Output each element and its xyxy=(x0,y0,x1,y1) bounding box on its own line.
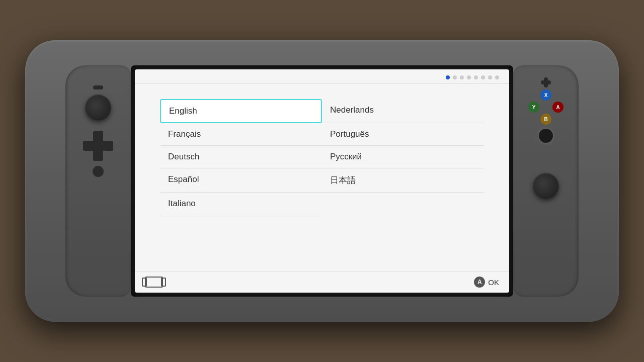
lang-japanese[interactable]: 日本語 xyxy=(322,168,484,193)
minus-button[interactable] xyxy=(93,85,103,89)
lang-espanol[interactable]: Español xyxy=(160,168,322,193)
home-button[interactable] xyxy=(539,129,553,143)
switch-icon xyxy=(145,277,163,288)
bottom-bar: A OK xyxy=(135,271,509,293)
left-joycon xyxy=(65,65,131,297)
switch-console: English Nederlands Français Português De… xyxy=(25,40,619,322)
capture-button[interactable] xyxy=(93,166,104,177)
lang-francais[interactable]: Français xyxy=(160,123,322,146)
y-button[interactable]: Y xyxy=(528,102,539,113)
left-analog-stick[interactable] xyxy=(85,95,111,121)
ok-label: OK xyxy=(488,278,499,287)
a-button[interactable]: A xyxy=(552,102,564,113)
lang-deutsch[interactable]: Deutsch xyxy=(160,146,322,168)
language-list: English Nederlands Français Português De… xyxy=(135,84,509,271)
right-joycon: X Y A B xyxy=(513,65,579,297)
dot-4 xyxy=(467,75,471,79)
x-button[interactable]: X xyxy=(540,89,551,101)
abxy-buttons: X Y A B xyxy=(528,89,564,125)
plus-button[interactable] xyxy=(541,80,551,84)
dot-1 xyxy=(446,75,450,79)
dot-5 xyxy=(474,75,478,79)
right-analog-stick[interactable] xyxy=(533,173,559,199)
dot-2 xyxy=(453,75,457,79)
ok-button[interactable]: A OK xyxy=(474,277,499,288)
progress-dots xyxy=(135,69,509,84)
console-icon xyxy=(145,277,163,288)
dot-6 xyxy=(481,75,485,79)
dot-8 xyxy=(495,75,499,79)
dot-3 xyxy=(460,75,464,79)
lang-italiano[interactable]: Italiano xyxy=(160,193,322,215)
screen: English Nederlands Français Português De… xyxy=(135,69,509,293)
lang-empty xyxy=(322,193,484,215)
lang-portugues[interactable]: Português xyxy=(322,123,484,146)
lang-russian[interactable]: Русский xyxy=(322,146,484,168)
a-button-icon: A xyxy=(474,277,485,288)
lang-english[interactable]: English xyxy=(160,99,322,123)
lang-nederlands[interactable]: Nederlands xyxy=(322,99,484,123)
screen-container: English Nederlands Français Português De… xyxy=(131,65,513,297)
d-pad[interactable] xyxy=(83,131,113,161)
dot-7 xyxy=(488,75,492,79)
b-button[interactable]: B xyxy=(540,114,551,125)
